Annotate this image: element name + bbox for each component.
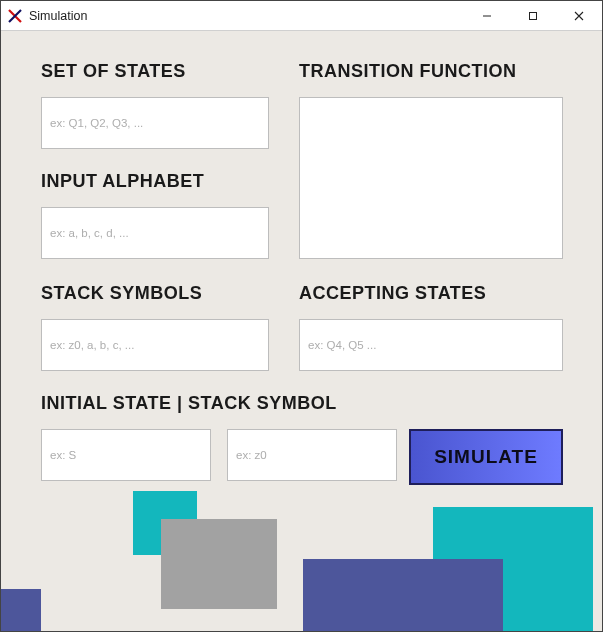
maximize-button[interactable] [510,1,556,31]
input-alphabet-input[interactable] [41,207,269,259]
decoration-indigo-small [1,589,41,631]
simulate-button[interactable]: SIMULATE [409,429,563,485]
client-area: SET OF STATES INPUT ALPHABET TRANSITION … [1,31,602,631]
application-window: Simulation SET OF STATES INPUT ALPHABET … [0,0,603,632]
window-title: Simulation [29,9,87,23]
heading-set-of-states: SET OF STATES [41,61,186,82]
close-button[interactable] [556,1,602,31]
initial-state-input[interactable] [41,429,211,481]
initial-stack-symbol-input[interactable] [227,429,397,481]
decoration-indigo-large [303,559,503,631]
svg-rect-1 [530,12,537,19]
heading-transition-function: TRANSITION FUNCTION [299,61,516,82]
stack-symbols-input[interactable] [41,319,269,371]
heading-accepting-states: ACCEPTING STATES [299,283,486,304]
heading-input-alphabet: INPUT ALPHABET [41,171,204,192]
decoration-gray [161,519,277,609]
app-icon [7,8,23,24]
accepting-states-input[interactable] [299,319,563,371]
heading-stack-symbols: STACK SYMBOLS [41,283,202,304]
minimize-button[interactable] [464,1,510,31]
transition-function-input[interactable] [299,97,563,259]
heading-initial-state-stack: INITIAL STATE | STACK SYMBOL [41,393,337,414]
set-of-states-input[interactable] [41,97,269,149]
titlebar: Simulation [1,1,602,31]
